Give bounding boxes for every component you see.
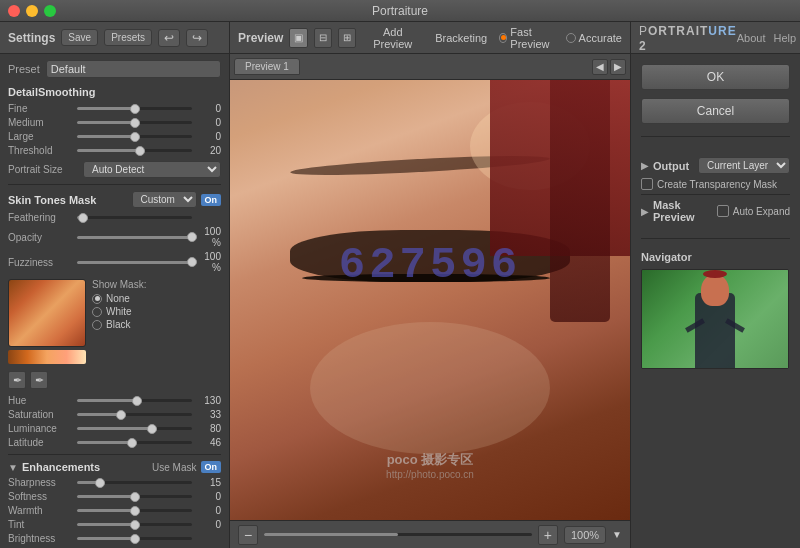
help-link[interactable]: Help <box>773 32 796 44</box>
zoom-plus-button[interactable]: + <box>538 525 558 545</box>
tab-navigation: ◀ ▶ <box>592 59 626 75</box>
skin-tones-mask-title: Skin Tones Mask <box>8 194 128 206</box>
bracketing-button[interactable]: Bracketing <box>429 30 493 46</box>
enhancements-title: Enhancements <box>22 461 148 473</box>
zoom-dropdown[interactable]: ▼ <box>612 529 622 540</box>
radio-white-row[interactable]: White <box>92 306 221 317</box>
radio-black[interactable] <box>92 320 102 330</box>
zoom-slider-track[interactable] <box>264 533 532 536</box>
close-button[interactable] <box>8 5 20 17</box>
right-links: About Help <box>737 32 796 44</box>
preview-dual-button[interactable]: ⊞ <box>338 28 356 48</box>
tab-nav-next[interactable]: ▶ <box>610 59 626 75</box>
main-layout: Settings Save Presets ↩ ↪ Preset Default… <box>0 22 800 548</box>
output-label: Output <box>653 160 694 172</box>
output-select[interactable]: Current Layer <box>698 157 790 174</box>
preview-label: Preview <box>238 31 283 45</box>
tint-label: Tint <box>8 519 73 530</box>
skin-tones-custom-select[interactable]: Custom <box>132 191 197 208</box>
warmth-track <box>77 509 192 512</box>
fine-track <box>77 107 192 110</box>
left-content: Preset Default DetailSmoothing Fine 0 Me… <box>0 54 229 548</box>
zoom-minus-button[interactable]: − <box>238 525 258 545</box>
redo-button[interactable]: ↪ <box>186 29 208 47</box>
titlebar: Portraiture <box>0 0 800 22</box>
enhancements-on-badge[interactable]: On <box>201 461 222 473</box>
feathering-row: Feathering <box>8 212 221 223</box>
radio-black-label: Black <box>106 319 130 330</box>
navigator-thumbnail[interactable] <box>641 269 789 369</box>
maximize-button[interactable] <box>44 5 56 17</box>
fast-preview-option[interactable]: Fast Preview <box>499 26 559 50</box>
auto-expand-checkbox[interactable] <box>717 205 729 217</box>
sharpness-label: Sharpness <box>8 477 73 488</box>
add-preview-button[interactable]: Add Preview <box>362 24 423 52</box>
fast-preview-radio[interactable] <box>499 33 507 43</box>
portrait-size-row: Portrait Size Auto Detect <box>8 161 221 178</box>
fuzziness-track <box>77 261 192 264</box>
create-transparency-checkbox[interactable] <box>641 178 653 190</box>
color-area: ✒ ✒ Show Mask: None White <box>8 279 221 389</box>
mask-preview-collapse-icon[interactable]: ▶ <box>641 206 649 217</box>
fine-label: Fine <box>8 103 73 114</box>
about-link[interactable]: About <box>737 32 766 44</box>
sharpness-value: 15 <box>196 477 221 488</box>
output-collapse-icon[interactable]: ▶ <box>641 160 649 171</box>
preview-single-button[interactable]: ▣ <box>289 28 308 48</box>
large-track <box>77 135 192 138</box>
save-button[interactable]: Save <box>61 29 98 46</box>
color-swatch[interactable] <box>8 279 86 347</box>
portrait-size-select[interactable]: Auto Detect <box>83 161 221 178</box>
color-gradient-bar <box>8 350 86 364</box>
presets-button[interactable]: Presets <box>104 29 152 46</box>
medium-track <box>77 121 192 124</box>
accurate-option[interactable]: Accurate <box>566 32 622 44</box>
preview-bottombar: − + 100% ▼ <box>230 520 630 548</box>
minimize-button[interactable] <box>26 5 38 17</box>
fuzziness-label: Fuzziness <box>8 257 73 268</box>
preset-row: Preset Default <box>8 60 221 78</box>
warmth-row: Warmth 0 <box>8 505 221 516</box>
eyedropper-row: ✒ ✒ <box>8 371 86 389</box>
radio-none[interactable] <box>92 294 102 304</box>
opacity-label: Opacity <box>8 232 73 243</box>
tint-row: Tint 0 <box>8 519 221 530</box>
preview-split-button[interactable]: ⊟ <box>314 28 332 48</box>
softness-track <box>77 495 192 498</box>
ok-button[interactable]: OK <box>641 64 790 90</box>
middle-panel: Preview ▣ ⊟ ⊞ Add Preview Bracketing Fas… <box>230 22 630 548</box>
radio-none-row[interactable]: None <box>92 293 221 304</box>
preview-tabbar: Preview 1 ◀ ▶ <box>230 54 630 80</box>
enhancements-collapse-icon[interactable]: ▼ <box>8 462 18 473</box>
eyedropper-add-button[interactable]: ✒ <box>8 371 26 389</box>
fuzziness-value: 100 % <box>196 251 221 273</box>
cancel-button[interactable]: Cancel <box>641 98 790 124</box>
eyedropper-subtract-button[interactable]: ✒ <box>30 371 48 389</box>
enhancements-header: ▼ Enhancements Use Mask On <box>8 461 221 473</box>
threshold-value: 20 <box>196 145 221 156</box>
radio-black-row[interactable]: Black <box>92 319 221 330</box>
medium-value: 0 <box>196 117 221 128</box>
color-swatch-area: ✒ ✒ <box>8 279 86 389</box>
undo-button[interactable]: ↩ <box>158 29 180 47</box>
watermark-url: http://photo.poco.cn <box>386 469 474 480</box>
latitude-value: 46 <box>196 437 221 448</box>
tab-nav-prev[interactable]: ◀ <box>592 59 608 75</box>
radio-white-label: White <box>106 306 132 317</box>
preview-tab-1[interactable]: Preview 1 <box>234 58 300 75</box>
tint-value: 0 <box>196 519 221 530</box>
luminance-track <box>77 427 192 430</box>
fuzziness-row: Fuzziness 100 % <box>8 251 221 273</box>
softness-label: Softness <box>8 491 73 502</box>
latitude-track <box>77 441 192 444</box>
large-label: Large <box>8 131 73 142</box>
tint-track <box>77 523 192 526</box>
radio-white[interactable] <box>92 307 102 317</box>
large-value: 0 <box>196 131 221 142</box>
mask-preview-row: ▶ Mask Preview Auto Expand <box>641 199 790 223</box>
show-mask-panel: Show Mask: None White Black <box>92 279 221 389</box>
accurate-radio[interactable] <box>566 33 576 43</box>
preset-select[interactable]: Default <box>46 60 221 78</box>
skin-tones-on-badge[interactable]: On <box>201 194 222 206</box>
threshold-label: Threshold <box>8 145 73 156</box>
